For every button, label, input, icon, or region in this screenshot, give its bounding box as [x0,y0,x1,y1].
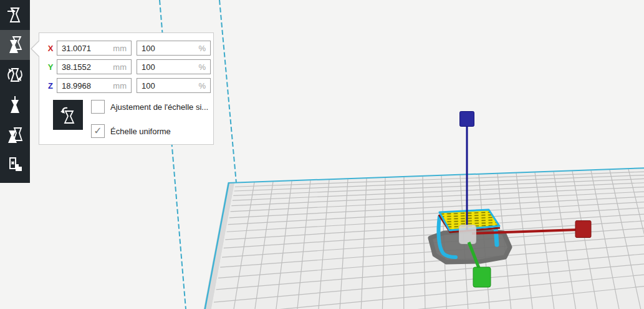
model-leg-right [496,227,497,245]
z-percent-input[interactable] [137,81,210,91]
uniform-scaling-checkbox[interactable]: ✓ [91,124,105,138]
y-axis-label: Y [44,62,57,72]
build-plate [208,167,644,309]
z-percent-field: % [137,78,211,93]
scale-icon [6,36,24,54]
per-model-settings-button[interactable] [0,120,30,150]
y-scale-handle[interactable] [473,267,491,287]
snap-scaling-label: Ajustement de l'échelle si... [110,102,208,112]
x-axis-label: X [44,44,57,53]
scale-tool-button[interactable] [0,30,30,60]
y-percent-input[interactable] [137,62,210,72]
scale-panel: X mm % Y mm % Z mm % [39,32,214,145]
move-icon [6,6,24,24]
center-scale-handle[interactable] [459,225,476,244]
tool-sidebar [0,0,30,183]
y-size-field: mm [57,59,132,74]
z-axis-label: Z [44,81,57,91]
z-scale-handle[interactable] [460,112,474,127]
y-size-input[interactable] [57,62,131,72]
snap-scaling-option[interactable]: Ajustement de l'échelle si... [91,100,208,114]
rotate-tool-button[interactable] [0,60,30,90]
reset-scale-button[interactable] [53,100,83,130]
x-axis-row: X mm % [44,41,213,56]
z-size-input[interactable] [57,81,131,91]
snap-scaling-checkbox[interactable] [91,100,105,114]
rotate-icon [6,66,24,84]
checkmark-icon: ✓ [94,126,102,136]
move-tool-button[interactable] [0,0,30,30]
reset-scale-icon [59,105,77,124]
mirror-icon [6,96,24,114]
z-axis-row: Z mm % [44,78,213,93]
x-size-field: mm [57,41,132,56]
x-scale-handle[interactable] [575,221,591,238]
z-size-field: mm [57,78,132,93]
y-axis-row: Y mm % [44,59,213,74]
support-blocker-button[interactable] [0,150,30,180]
x-percent-input[interactable] [137,44,210,53]
y-percent-field: % [137,59,211,74]
per-model-settings-icon [6,126,24,144]
support-blocker-icon [6,156,24,174]
x-percent-field: % [137,41,211,56]
mirror-tool-button[interactable] [0,90,30,120]
x-size-input[interactable] [57,44,131,53]
uniform-scaling-label: Échelle uniforme [110,127,171,136]
uniform-scaling-option[interactable]: ✓ Échelle uniforme [91,124,208,138]
